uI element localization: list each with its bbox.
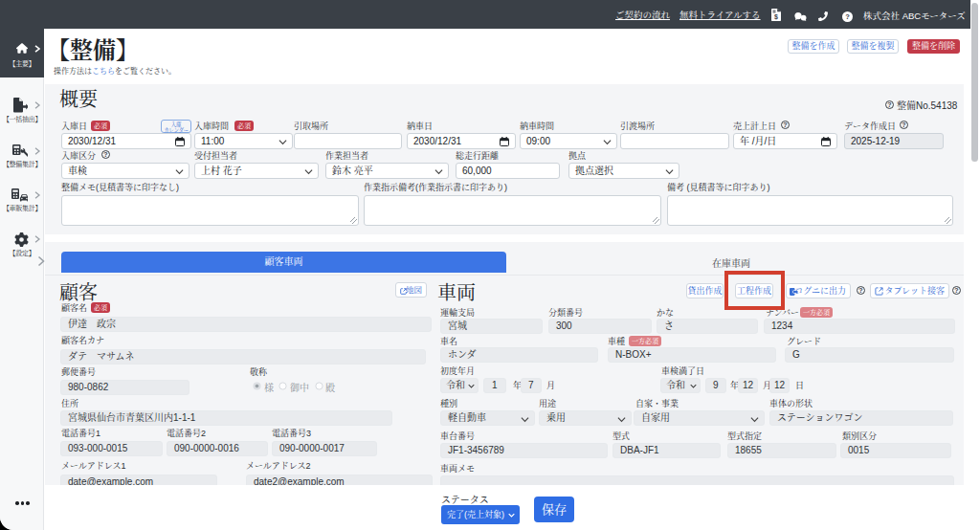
svg-text:?: ? bbox=[845, 12, 850, 21]
svg-text:$: $ bbox=[774, 13, 778, 21]
